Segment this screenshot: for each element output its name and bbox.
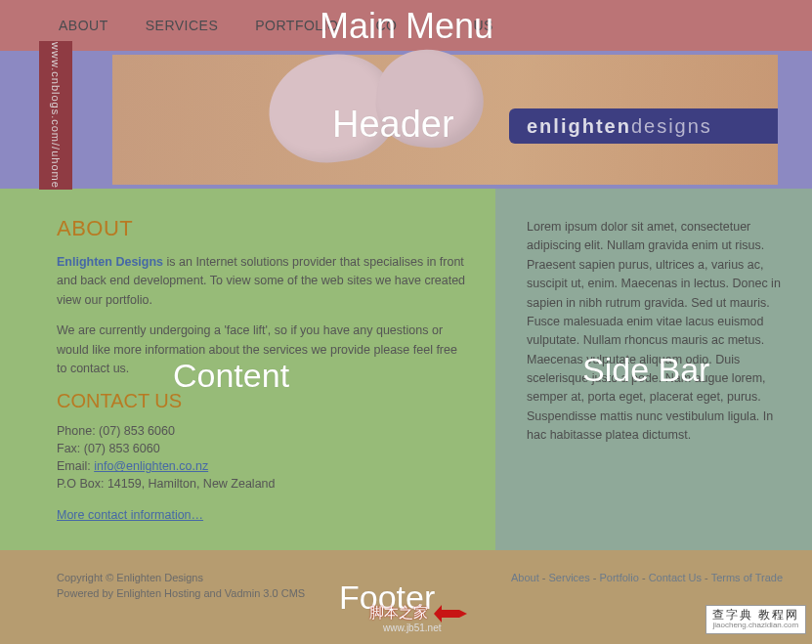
contact-pobox: P.O Box: 14159, Hamilton, New Zealand [57,477,468,491]
footer-link-about[interactable]: About [511,572,539,583]
jb51-ribbon-icon [434,605,467,623]
about-p1: Enlighten Designs is an Internet solutio… [57,253,468,310]
logo-light: designs [631,115,712,138]
more-contact-link[interactable]: More contact information… [57,508,203,522]
contact-email: Email: info@enlighten.co.nz [57,459,468,473]
svg-marker-0 [434,605,467,623]
contact-email-link[interactable]: info@enlighten.co.nz [94,459,208,473]
region-label-sidebar: Side Bar [582,351,709,389]
jb51-url: www.jb51.net [383,623,441,633]
contact-fax: Fax: (07) 853 6060 [57,442,468,455]
logo-pill: enlightendesigns [509,108,778,144]
footer-link-terms[interactable]: Terms of Trade [711,572,783,583]
bookmark-text: www.cnblogs.com//uhome [50,42,62,189]
footer-left: Copyright © Enlighten Designs Powered by… [57,572,305,603]
footer-powered: Powered by Enlighten Hosting and Vadmin … [57,587,305,599]
region-label-header: Header [332,104,454,146]
footer-copyright: Copyright © Enlighten Designs [57,572,305,583]
region-label-menu: Main Menu [320,6,493,47]
region-label-content: Content [173,357,289,395]
contact-phone: Phone: (07) 853 6060 [57,424,468,438]
nav-services[interactable]: SERVICES [146,18,219,33]
footer-link-portfolio[interactable]: Portfolio [600,572,639,583]
jb51-badge: 脚本之家 [369,604,467,623]
chazidian-badge: 查字典 教程网 jiaocheng.chazidian.com [705,605,806,634]
brand-name: Enlighten Designs [57,255,163,269]
footer-link-contact[interactable]: Contact Us [649,572,702,583]
sidebar-text: Lorem ipsum dolor sit amet, consectetuer… [527,218,781,446]
footer-link-services[interactable]: Services [549,572,590,583]
chazidian-py: jiaocheng.chazidian.com [713,622,799,630]
bookmark-tab: www.cnblogs.com//uhome [39,41,72,190]
about-heading: ABOUT [57,216,468,241]
footer-right: About - Services - Portfolio - Contact U… [511,572,783,583]
nav-about[interactable]: ABOUT [59,18,108,33]
logo-bold: enlighten [527,115,631,138]
jb51-cn: 脚本之家 [369,604,428,623]
